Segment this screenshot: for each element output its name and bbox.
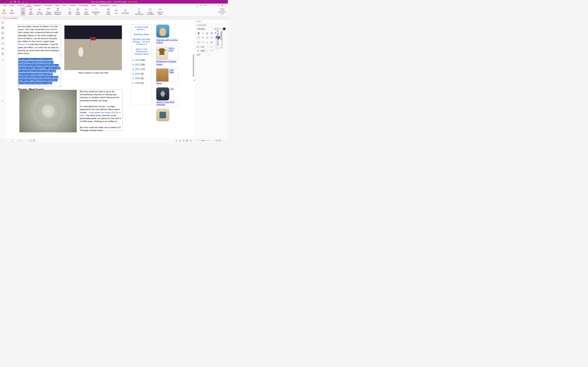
align-center-button[interactable] [201, 36, 205, 39]
find-input[interactable] [203, 4, 213, 6]
ribbon-add-text[interactable]: TAdd Text [67, 8, 72, 15]
body-text[interactable]: But why would we want to go to the extra… [80, 90, 119, 102]
open-icon[interactable] [10, 1, 12, 3]
pages-panel-icon[interactable] [1, 26, 4, 29]
menu-help[interactable]: Help [111, 4, 118, 7]
ribbon-spelling[interactable]: ABC✓Check Spelling [46, 8, 52, 15]
menu-form[interactable]: Form [61, 4, 69, 7]
panel-tab-label[interactable]: Form... [197, 20, 202, 22]
fullscreen-icon[interactable]: ⛶ [225, 140, 227, 142]
bookmark-panel-icon[interactable] [1, 21, 4, 24]
fit-width-icon[interactable]: ⊞ [190, 140, 192, 142]
font-color-swatch[interactable] [223, 27, 225, 30]
horizontal-scale-input[interactable] [200, 50, 207, 52]
helium3-link[interactable]: Helium-3 [18, 43, 27, 46]
ribbon-add-shapes[interactable]: Add Shapes [84, 8, 89, 15]
expand-nav-icon[interactable]: ▶ [2, 100, 3, 102]
zoom-slider[interactable] [197, 140, 210, 141]
redo-icon[interactable] [26, 1, 28, 3]
thumb-link[interactable]: Interview with Cornfox & Bros [156, 38, 179, 44]
menu-comment[interactable]: Comment [43, 4, 54, 7]
align-justify-button[interactable] [210, 36, 213, 39]
document-viewport[interactable]: be one million tonnes of Helium-3 on the… [5, 20, 195, 139]
bullet-list-button[interactable] [197, 41, 200, 44]
close-panel-icon[interactable]: × [225, 20, 226, 22]
thumb-link[interactable]: Dever's Lone Wolf - Interview [156, 100, 179, 106]
sidebar-link[interactable]: Breathing Water [134, 33, 149, 35]
menu-esign[interactable]: Foxit eSign [77, 4, 90, 7]
thumb-title[interactable]: Little Baby [169, 68, 179, 82]
strikethrough-button[interactable]: S [210, 32, 213, 35]
collapse-ribbon-icon[interactable]: ⌃ [225, 4, 226, 6]
continuous-facing-icon[interactable] [186, 140, 188, 142]
comments-panel-icon[interactable] [1, 32, 4, 34]
writing-direction-button[interactable]: ⇄ [210, 41, 213, 44]
year-link[interactable]: 2011 [135, 68, 141, 70]
ribbon-bookmark[interactable]: Bookmark [122, 9, 129, 14]
ribbon-select[interactable]: Select [9, 9, 14, 14]
thumb-link[interactable]: Wholesome Christian Values [156, 60, 177, 66]
sidebar-link[interactable]: God is Love: Wholesome Christian Values [134, 48, 149, 55]
ribbon-add-images[interactable]: Add Images [75, 8, 81, 15]
ribbon-search-replace[interactable]: ABACSearch & Replace [54, 8, 61, 15]
zoom-out-icon[interactable]: − [193, 140, 196, 142]
thumb-link[interactable]: Jesus [156, 82, 162, 84]
single-page-icon[interactable] [175, 140, 178, 142]
zoom-in-icon[interactable]: + [211, 140, 214, 142]
text-edit-box-2[interactable]: But why would we want to go to the extra… [79, 90, 122, 131]
number-list-button[interactable]: 12 [201, 41, 205, 44]
sidebar-link[interactable]: Bountiful and Safe Energy - The Lure of … [133, 38, 150, 45]
ribbon-article-box[interactable]: Add Article Box [92, 8, 100, 15]
menu-file[interactable]: File [2, 4, 8, 7]
body-text[interactable]: But how could we make use of Helium-3? T… [80, 126, 121, 132]
menu-home[interactable]: Home [8, 4, 16, 7]
first-page-icon[interactable]: ⇤ [1, 140, 3, 142]
font-family-input[interactable] [197, 27, 212, 30]
cart-icon[interactable] [217, 4, 220, 6]
ribbon-hand[interactable]: ✋Hand [2, 9, 7, 14]
year-link[interactable]: 2008 [135, 82, 141, 84]
ribbon-image-annot[interactable]: Image Annotation [146, 8, 154, 15]
ribbon-edit-text[interactable]: TEdit Text [20, 7, 26, 16]
year-link[interactable]: 2010 [135, 72, 141, 75]
thumb-title[interactable]: God is Love: [168, 47, 179, 60]
year-link[interactable]: 2012 [135, 63, 141, 66]
menu-edit[interactable]: Edit [26, 4, 32, 7]
layers-panel-icon[interactable] [1, 37, 4, 40]
menu-organize[interactable]: Organize [32, 4, 43, 7]
signatures-panel-icon[interactable] [1, 58, 4, 61]
italic-button[interactable]: I [201, 32, 205, 35]
year-link[interactable]: 2013 [135, 59, 141, 61]
line-spacing-input[interactable] [200, 46, 207, 48]
ribbon-link-join[interactable]: ABLink & Join Text [36, 8, 43, 15]
menu-share[interactable]: Share [90, 4, 98, 7]
ribbon-file-attach[interactable]: File Attachment [135, 8, 144, 15]
view-mode-icon[interactable] [29, 140, 32, 142]
align-left-button[interactable] [197, 36, 200, 39]
sidebar-link[interactable]: a movie using iMovie f... [135, 26, 148, 31]
fields-panel-icon[interactable] [1, 52, 4, 55]
vertical-scrollbar[interactable] [192, 25, 194, 139]
print-icon[interactable] [18, 1, 20, 3]
facing-page-icon[interactable] [182, 140, 185, 142]
close-tab-icon[interactable]: × [21, 17, 22, 19]
baseline-input[interactable] [213, 50, 218, 52]
continuous-page-icon[interactable] [179, 140, 181, 142]
year-link[interactable]: 2009 [135, 77, 141, 80]
page-number-input[interactable] [8, 140, 17, 142]
undo-icon[interactable] [22, 1, 24, 3]
body-text[interactable]: billion [27, 46, 33, 49]
prev-page-icon[interactable]: ‹ [4, 140, 7, 142]
body-text[interactable]: . The entire lunar reserves could potent… [80, 114, 121, 123]
save-icon[interactable] [14, 1, 16, 3]
underline-button[interactable]: U [205, 32, 209, 35]
search-icon[interactable] [200, 4, 202, 6]
ribbon-web-links[interactable]: Web Links [106, 8, 111, 15]
align-right-button[interactable] [205, 36, 209, 39]
collapse-right-icon[interactable]: ▶ [194, 79, 195, 81]
bold-button[interactable]: B [197, 32, 200, 35]
menu-convert[interactable]: Convert [16, 4, 26, 7]
ribbon-link[interactable]: Link [114, 9, 119, 14]
menu-protect[interactable]: Protect [68, 4, 77, 7]
clear-format-button[interactable]: ⊥ [205, 41, 209, 44]
